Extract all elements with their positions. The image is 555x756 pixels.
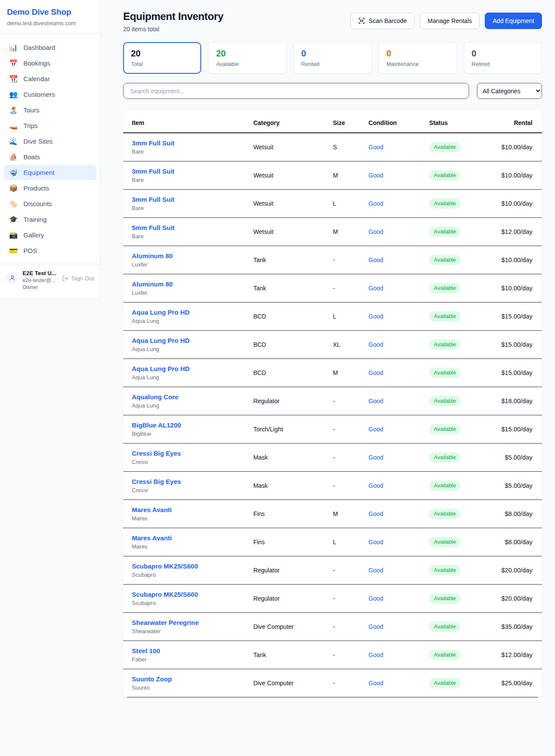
item-condition-link[interactable]: Good [360, 190, 421, 218]
add-equipment-label: Add Equipment [493, 17, 534, 24]
item-condition-link[interactable]: Good [360, 415, 421, 444]
scan-barcode-button[interactable]: Scan Barcode [350, 13, 415, 29]
sidebar-item-trips[interactable]: 🚤 Trips [4, 118, 96, 133]
manage-rentals-label: Manage Rentals [428, 17, 472, 24]
item-rental-rate: $5.00/day [475, 444, 542, 472]
item-size: L [324, 528, 360, 556]
sidebar-item-boats[interactable]: ⛵ Boats [4, 149, 96, 164]
stat-card[interactable]: 0 Maintenance [379, 42, 457, 74]
sidebar-item-training[interactable]: 🎓 Training [4, 212, 96, 227]
sidebar-item-dashboard[interactable]: 📊 Dashboard [4, 40, 96, 55]
item-brand: BigBlue [132, 431, 245, 437]
sidebar-item-tours[interactable]: 🏝️ Tours [4, 102, 96, 118]
item-name-link[interactable]: Mares Avanti [132, 506, 245, 513]
sidebar-item-bookings[interactable]: 📅 Bookings [4, 56, 96, 71]
item-condition-link[interactable]: Good [360, 585, 421, 613]
item-name-link[interactable]: Aqua Lung Pro HD [132, 309, 245, 316]
item-category: BCD [245, 302, 324, 331]
item-name-link[interactable]: 5mm Full Suit [132, 224, 245, 231]
item-condition-link[interactable]: Good [360, 641, 421, 669]
item-category: Regulator [245, 585, 324, 613]
item-condition-link[interactable]: Good [360, 387, 421, 415]
sidebar-item-dive-sites[interactable]: 🌊 Dive Sites [4, 134, 96, 149]
stat-label: Rented [301, 61, 364, 67]
add-equipment-button[interactable]: Add Equipment [485, 13, 542, 29]
item-condition-link[interactable]: Good [360, 444, 421, 472]
item-name-link[interactable]: Shearwater Peregrine [132, 619, 245, 626]
item-size: S [324, 133, 360, 161]
item-condition-link[interactable]: Good [360, 246, 421, 274]
stat-card[interactable]: 0 Retired [464, 42, 542, 74]
status-badge: Available [429, 621, 461, 632]
stat-card[interactable]: 20 Available [208, 42, 286, 74]
table-row: Steel 100 Faber Tank - Good Available $1… [123, 641, 542, 669]
item-name-link[interactable]: Aqua Lung Pro HD [132, 337, 245, 344]
item-rental-rate: $5.00/day [475, 472, 542, 500]
item-condition-link[interactable]: Good [360, 331, 421, 359]
item-name-link[interactable]: 3mm Full Suit [132, 168, 245, 175]
item-name-link[interactable]: Cressi Big Eyes [132, 478, 245, 485]
table-row: Mares Avanti Mares Fins L Good Available… [123, 528, 542, 556]
manage-rentals-button[interactable]: Manage Rentals [420, 13, 480, 29]
sidebar-item-products[interactable]: 📦 Products [4, 181, 96, 196]
sidebar-item-label: Dive Sites [23, 138, 53, 145]
table-row: Shearwater Peregrine Shearwater Dive Com… [123, 613, 542, 641]
item-condition-link[interactable]: Good [360, 556, 421, 585]
item-name-link[interactable]: Aluminum 80 [132, 252, 245, 260]
item-name-link[interactable]: BigBlue AL1200 [132, 421, 245, 429]
item-brand: Cressi [132, 487, 245, 493]
stat-card[interactable]: 20 Total [123, 42, 201, 74]
sidebar-item-equipment[interactable]: 🤿 Equipment [4, 165, 96, 180]
item-condition-link[interactable]: Good [360, 133, 421, 161]
item-condition-link[interactable]: Good [360, 218, 421, 246]
item-name-link[interactable]: Scubapro MK25/S600 [132, 562, 245, 570]
item-condition-link[interactable]: Good [360, 472, 421, 500]
item-name-link[interactable]: Suunto Zoop [132, 675, 245, 683]
brand-title[interactable]: Demo Dive Shop [7, 7, 93, 17]
item-brand: Mares [132, 515, 245, 522]
item-condition-link[interactable]: Good [360, 161, 421, 190]
item-category: Mask [245, 472, 324, 500]
item-category: Fins [245, 500, 324, 528]
item-name-link[interactable]: 3mm Full Suit [132, 196, 245, 203]
item-condition-link[interactable]: Good [360, 274, 421, 302]
item-name-link[interactable]: Aluminum 80 [132, 280, 245, 288]
sidebar-item-label: Equipment [23, 169, 55, 176]
equipment-table: Item Category Size Condition Status Rent… [123, 110, 542, 697]
sidebar-item-calendar[interactable]: 📆 Calendar [4, 71, 96, 86]
item-brand: Bare [132, 233, 245, 240]
item-name-link[interactable]: 3mm Full Suit [132, 139, 245, 147]
item-name-link[interactable]: Scubapro MK25/S600 [132, 591, 245, 598]
sidebar-item-label: Products [23, 184, 49, 192]
sidebar-item-customers[interactable]: 👥 Customers [4, 87, 96, 102]
shop-domain: demo.test.divestreams.com [7, 20, 93, 26]
stat-card[interactable]: 0 Rented [294, 42, 372, 74]
item-category: Regulator [245, 387, 324, 415]
item-size: M [324, 161, 360, 190]
table-row: Cressi Big Eyes Cressi Mask - Good Avail… [123, 444, 542, 472]
item-condition-link[interactable]: Good [360, 669, 421, 697]
main-content: Equipment Inventory 20 items total Scan … [101, 0, 555, 697]
item-condition-link[interactable]: Good [360, 302, 421, 331]
item-name-link[interactable]: Mares Avanti [132, 534, 245, 542]
item-condition-link[interactable]: Good [360, 500, 421, 528]
item-name-link[interactable]: Steel 100 [132, 647, 245, 654]
table-row: 3mm Full Suit Bare Wetsuit L Good Availa… [123, 190, 542, 218]
page-title: Equipment Inventory [123, 10, 223, 23]
item-condition-link[interactable]: Good [360, 359, 421, 387]
item-size: - [324, 669, 360, 697]
sidebar-item-pos[interactable]: 💳 POS [4, 243, 96, 258]
item-condition-link[interactable]: Good [360, 528, 421, 556]
item-name-link[interactable]: Aqua Lung Pro HD [132, 365, 245, 372]
search-input[interactable] [123, 83, 469, 99]
sign-out-button[interactable]: Sign Out [62, 275, 94, 282]
status-badge: Available [429, 565, 461, 575]
sidebar-item-discounts[interactable]: 🏷️ Discounts [4, 196, 96, 211]
item-condition-link[interactable]: Good [360, 613, 421, 641]
item-size: L [324, 190, 360, 218]
item-name-link[interactable]: Aqualung Core [132, 393, 245, 401]
table-row: Mares Avanti Mares Fins M Good Available… [123, 500, 542, 528]
category-select[interactable]: All Categories [477, 83, 542, 99]
sidebar-item-gallery[interactable]: 📸 Gallery [4, 227, 96, 243]
item-name-link[interactable]: Cressi Big Eyes [132, 450, 245, 457]
